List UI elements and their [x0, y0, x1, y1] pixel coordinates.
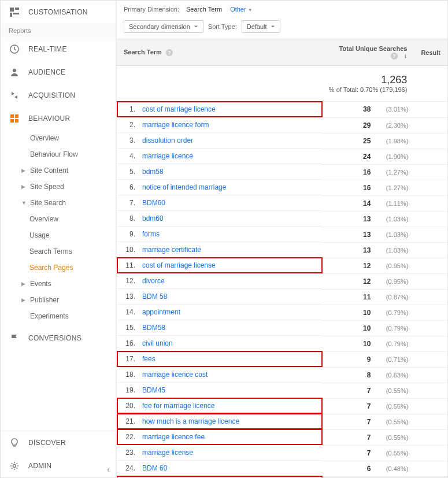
value-cell: 6 — [321, 476, 376, 477]
value-cell: 10 — [321, 336, 376, 351]
term-cell: 2.marriage licence form — [117, 117, 321, 133]
table-row: 21.how much is a marriage licence7(0.55%… — [117, 414, 447, 429]
term-cell: 25.marriage license cost — [117, 476, 321, 477]
term-link[interactable]: notice of intended marriage — [142, 183, 226, 191]
table-row: 2.marriage licence form29(2.30%) — [117, 117, 447, 133]
row-number: 14. — [124, 308, 135, 316]
term-link[interactable]: divorce — [142, 277, 165, 285]
row-number: 5. — [124, 168, 135, 176]
term-link[interactable]: civil union — [142, 339, 173, 347]
svg-rect-6 — [10, 114, 14, 118]
term-cell: 3.dissolution order — [117, 133, 321, 149]
sort-type-label: Sort Type: — [208, 23, 237, 30]
term-link[interactable]: BDM 58 — [142, 292, 167, 301]
row-number: 13. — [124, 292, 135, 301]
nav-admin[interactable]: ADMIN — [1, 454, 116, 477]
term-link[interactable]: BDM45 — [142, 386, 165, 394]
value-cell: 29 — [321, 117, 376, 133]
nav-behaviour[interactable]: BEHAVIOUR — [1, 107, 116, 130]
row-number: 17. — [124, 355, 135, 363]
sub-site-speed[interactable]: ▶Site Speed — [1, 179, 116, 195]
col-search-term[interactable]: Search Term ? — [117, 39, 321, 66]
nav-label: REAL-TIME — [28, 45, 67, 53]
term-link[interactable]: marriage certificate — [142, 246, 201, 254]
table-row: 3.dissolution order25(1.98%) — [117, 133, 447, 149]
term-link[interactable]: bdm58 — [142, 168, 164, 176]
term-link[interactable]: fees — [142, 355, 155, 363]
nav-label: AUDIENCE — [28, 68, 65, 76]
help-icon[interactable]: ? — [391, 53, 398, 60]
term-link[interactable]: BDM58 — [142, 324, 165, 332]
term-cell: 18.marriage licence cost — [117, 367, 321, 383]
sub-publisher[interactable]: ▶Publisher — [1, 292, 116, 308]
sub-site-content[interactable]: ▶Site Content — [1, 162, 116, 179]
term-link[interactable]: marriage licence — [142, 152, 193, 160]
term-link[interactable]: how much is a marriage licence — [142, 417, 239, 425]
percent-cell: (1.03%) — [376, 227, 414, 242]
sort-type-dropdown[interactable]: Default — [242, 20, 280, 33]
term-cell: 24.BDM 60 — [117, 461, 321, 476]
value-cell: 16 — [321, 180, 376, 195]
gear-icon — [9, 461, 20, 470]
col-result[interactable]: Result — [414, 39, 447, 66]
term-cell: 14.appointment — [117, 305, 321, 320]
nav-customisation[interactable]: CUSTOMISATION — [1, 1, 116, 24]
nav-discover[interactable]: DISCOVER — [1, 431, 116, 454]
percent-cell: (1.11%) — [376, 195, 414, 211]
caret-right-icon: ▶ — [21, 297, 27, 303]
sort-desc-icon: ↓ — [404, 52, 408, 59]
row-number: 1. — [124, 105, 135, 113]
percent-cell: (0.79%) — [376, 305, 414, 320]
term-link[interactable]: BDM 60 — [142, 464, 167, 472]
term-link[interactable]: forms — [142, 230, 160, 238]
row-number: 9. — [124, 230, 135, 238]
term-link[interactable]: cost of marriage licence — [142, 105, 216, 113]
row-number: 16. — [124, 339, 135, 347]
term-link[interactable]: marriage license — [142, 449, 193, 457]
sidebar: CUSTOMISATION Reports REAL-TIME AUDIENCE… — [1, 1, 116, 477]
term-cell: 10.marriage certificate — [117, 242, 321, 258]
table-row: 8.bdm6013(1.03%) — [117, 211, 447, 227]
caret-right-icon: ▶ — [21, 281, 27, 287]
value-cell: 12 — [321, 273, 376, 289]
term-link[interactable]: fee for marriage licence — [142, 402, 214, 410]
collapse-sidebar-button[interactable]: ‹ — [107, 465, 110, 474]
sub-overview[interactable]: Overview — [1, 130, 116, 146]
help-icon[interactable]: ? — [166, 49, 173, 56]
sub-site-search[interactable]: ▼Site Search — [1, 195, 116, 211]
term-link[interactable]: BDM60 — [142, 199, 165, 207]
term-link[interactable]: dissolution order — [142, 136, 193, 144]
tab-other[interactable]: Other ▼ — [229, 4, 254, 14]
tab-search-term[interactable]: Search Term — [185, 4, 223, 14]
primary-dimension-bar: Primary Dimension: Search Term Other ▼ — [117, 1, 447, 17]
percent-cell: (0.48%) — [376, 461, 414, 476]
term-link[interactable]: cost of marriage license — [142, 261, 216, 269]
secondary-dimension-dropdown[interactable]: Secondary dimension — [124, 20, 203, 33]
deep-search-pages[interactable]: Search Pages — [1, 260, 116, 276]
term-link[interactable]: marriage licence fee — [142, 433, 205, 441]
term-link[interactable]: marriage licence form — [142, 121, 209, 129]
nav-conversions[interactable]: CONVERSIONS — [1, 327, 116, 350]
nav-label: CUSTOMISATION — [28, 8, 88, 16]
percent-cell: (1.90%) — [376, 149, 414, 164]
term-link[interactable]: appointment — [142, 308, 180, 316]
deep-usage[interactable]: Usage — [1, 227, 116, 243]
sub-behaviour-flow[interactable]: Behaviour Flow — [1, 146, 116, 162]
deep-search-terms[interactable]: Search Terms — [1, 243, 116, 260]
table-row: 11.cost of marriage license12(0.95%) — [117, 258, 447, 273]
sub-events[interactable]: ▶Events — [1, 276, 116, 292]
table-row: 4.marriage licence24(1.90%) — [117, 149, 447, 164]
deep-overview[interactable]: Overview — [1, 211, 116, 227]
nav-audience[interactable]: AUDIENCE — [1, 61, 116, 84]
col-unique-searches[interactable]: Total Unique Searches ? ↓ — [321, 39, 414, 66]
sub-experiments[interactable]: Experiments — [1, 308, 116, 324]
nav-acquisition[interactable]: ACQUISITION — [1, 84, 116, 107]
table-row: 15.BDM5810(0.79%) — [117, 320, 447, 336]
term-link[interactable]: marriage licence cost — [142, 370, 208, 379]
main-content: Primary Dimension: Search Term Other ▼ S… — [116, 1, 447, 477]
term-link[interactable]: bdm60 — [142, 214, 164, 223]
value-cell: 7 — [321, 445, 376, 461]
bulb-icon — [9, 438, 20, 447]
nav-real-time[interactable]: REAL-TIME — [1, 38, 116, 61]
row-number: 20. — [124, 402, 135, 410]
